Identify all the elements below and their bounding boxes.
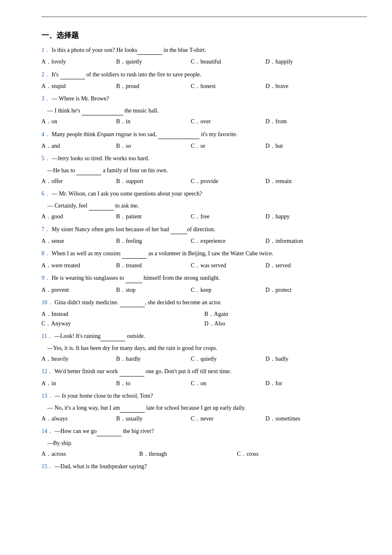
q5-option-c: C．provide (191, 177, 265, 186)
q6-option-c: C．free (191, 212, 265, 221)
q7-option-a: A．sense (41, 237, 116, 246)
q14-option-a: A．across (41, 450, 139, 459)
q11-text-1: 11． —Look! It's raining outside. (41, 332, 367, 341)
q8-option-b: B．treated (116, 261, 191, 270)
question-9: 9． He is wearing his sunglasses to himse… (41, 274, 367, 295)
q5-option-b: B．support (116, 177, 191, 186)
question-7: 7． My sister Nancy often gets lost becau… (41, 225, 367, 246)
question-14: 14． —How can we go the big river? —By sh… (41, 427, 367, 459)
q7-option-c: C．experience (191, 237, 265, 246)
q4-option-b: B．so (116, 142, 191, 151)
q3-option-c: C．over (191, 117, 265, 126)
q12-options: A．in B．to C．on D．for (41, 379, 367, 388)
q8-text: 8． When I as well as my cousins as a vol… (41, 249, 367, 258)
q13-option-b: B．usually (116, 414, 191, 423)
question-12: 12． We'd better finish our work one go. … (41, 367, 367, 388)
q13-option-c: C．never (191, 414, 265, 423)
q3-text-2: — I think he's the music hall. (41, 106, 367, 115)
q12-option-b: B．to (116, 379, 191, 388)
question-8: 8． When I as well as my cousins as a vol… (41, 249, 367, 270)
q14-text-1: 14． —How can we go the big river? (41, 427, 367, 436)
q7-text: 7． My sister Nancy often gets lost becau… (41, 225, 367, 234)
q13-text-2: — No, it's a long way, but I am late for… (41, 403, 367, 413)
q9-option-a: A．prevent (41, 286, 116, 295)
q9-option-b: B．stop (116, 286, 191, 295)
q1-option-c: C．beautiful (191, 57, 265, 66)
q2-option-a: A．stupid (41, 82, 116, 91)
q14-option-c: C．cross (237, 450, 335, 459)
q2-options: A．stupid B．proud C．honest D．brave (41, 82, 367, 91)
q2-option-d: D．brave (265, 82, 340, 91)
question-10: 10． Gina didn't study medicine. , she de… (41, 298, 367, 328)
q4-options: A．and B．so C．or D．but (41, 142, 367, 151)
q7-option-d: D．information (265, 237, 340, 246)
q7-options: A．sense B．feeling C．experience D．informa… (41, 237, 367, 246)
q6-text-1: 6． — Mr. Wilson, can I ask you some ques… (41, 189, 367, 198)
question-4: 4． Many people think Erquan rngyue is to… (41, 130, 367, 151)
q5-text-2: —He has to a family of four on his own. (41, 166, 367, 175)
q6-text-2: — Certainly, feel to ask me. (41, 201, 367, 210)
q8-option-c: C．was served (191, 261, 265, 270)
q6-options: A．good B．patient C．free D．happy (41, 212, 367, 221)
section-title: 一、选择题 (41, 29, 367, 42)
q11-text-2: —Yes, it is. It has been dry for many da… (41, 344, 367, 353)
q13-option-a: A．always (41, 414, 116, 423)
q6-option-b: B．patient (116, 212, 191, 221)
q5-option-d: D．remain (265, 177, 340, 186)
q13-option-d: D．sometimes (265, 414, 340, 423)
q1-options: A．lovely B．quietly C．beautiful D．happily (41, 57, 367, 66)
q14-options: A．across B．through C．cross (41, 450, 367, 459)
q1-option-a: A．lovely (41, 57, 116, 66)
q10-option-d: D．Also (205, 319, 368, 328)
q6-option-d: D．happy (265, 212, 340, 221)
top-divider (41, 17, 367, 17)
q4-option-a: A．and (41, 142, 116, 151)
q2-option-b: B．proud (116, 82, 191, 91)
q1-option-b: B．quietly (116, 57, 191, 66)
q2-text: 2． It's of the soldiers to rush into the… (41, 70, 367, 79)
q8-option-a: A．were treated (41, 261, 116, 270)
question-6: 6． — Mr. Wilson, can I ask you some ques… (41, 189, 367, 221)
q6-option-a: A．good (41, 212, 116, 221)
q3-option-a: A．on (41, 117, 116, 126)
question-15: 15． —Dad, what is the loudspeaker saying… (41, 462, 367, 471)
question-5: 5． —Jerry looks so tired. He works too h… (41, 154, 367, 186)
question-11: 11． —Look! It's raining outside. —Yes, i… (41, 332, 367, 364)
q2-option-c: C．honest (191, 82, 265, 91)
q12-option-c: C．on (191, 379, 265, 388)
q8-options: A．were treated B．treated C．was served D．… (41, 261, 367, 270)
q14-text-2: —By ship. (41, 439, 367, 448)
question-2: 2． It's of the soldiers to rush into the… (41, 70, 367, 91)
q10-options: A．Instead B．Again C．Anyway D．Also (41, 310, 367, 328)
q3-option-d: D．from (265, 117, 340, 126)
q9-text: 9． He is wearing his sunglasses to himse… (41, 274, 367, 283)
q10-option-c: C．Anyway (41, 319, 205, 328)
q11-option-a: A．heavily (41, 355, 116, 364)
question-1: 1． Is this a photo of your son? He looks… (41, 46, 367, 67)
q5-text-1: 5． —Jerry looks so tired. He works too h… (41, 154, 367, 163)
q15-text: 15． —Dad, what is the loudspeaker saying… (41, 462, 367, 471)
question-13: 13． — Is your home close to the school, … (41, 391, 367, 423)
q4-option-c: C．or (191, 142, 265, 151)
q9-option-c: C．keep (191, 286, 265, 295)
q12-option-a: A．in (41, 379, 116, 388)
q11-option-c: C．quietly (191, 355, 265, 364)
q3-option-b: B．in (116, 117, 191, 126)
q14-option-b: B．through (139, 450, 237, 459)
q10-text: 10． Gina didn't study medicine. , she de… (41, 298, 367, 307)
q12-option-d: D．for (265, 379, 340, 388)
q11-option-b: B．hardly (116, 355, 191, 364)
q5-options: A．offer B．support C．provide D．remain (41, 177, 367, 186)
q3-options: A．on B．in C．over D．from (41, 117, 367, 126)
q13-options: A．always B．usually C．never D．sometimes (41, 414, 367, 423)
q10-option-a: A．Instead (41, 310, 205, 319)
question-3: 3． — Where is Mr. Brown? — I think he's … (41, 94, 367, 126)
q9-options: A．prevent B．stop C．keep D．protect (41, 286, 367, 295)
q8-option-d: D．served (265, 261, 340, 270)
q10-option-b: B．Again (205, 310, 368, 319)
q12-text: 12． We'd better finish our work one go. … (41, 367, 367, 376)
q4-text: 4． Many people think Erquan rngyue is to… (41, 130, 367, 139)
q3-text-1: 3． — Where is Mr. Brown? (41, 94, 367, 103)
q11-options: A．heavily B．hardly C．quietly D．badly (41, 355, 367, 364)
q1-text: 1． Is this a photo of your son? He looks… (41, 46, 367, 55)
